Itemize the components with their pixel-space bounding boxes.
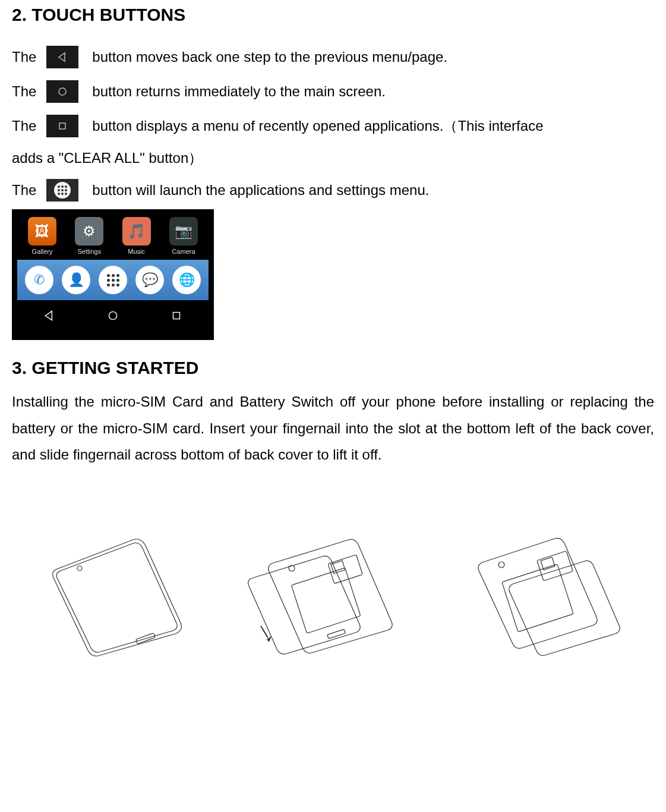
phone-drawing-2 [232,534,411,659]
dock-phone-icon: ✆ [25,266,53,294]
settings-label: Settings [77,248,101,255]
svg-rect-5 [173,313,180,319]
nav-back-icon [43,309,56,322]
apps-launcher-button-icon [46,179,78,202]
svg-marker-3 [45,311,52,320]
touch-line-recent: The button displays a menu of recently o… [12,111,654,141]
svg-point-4 [109,312,116,320]
touch-line-recent-cont: adds a "CLEAR ALL" button） [12,145,654,171]
touch-line-home: The button returns immediately to the ma… [12,76,654,107]
phone-drawings-row [12,528,654,659]
heading-touch-buttons: 2. TOUCH BUTTONS [12,5,654,25]
recent-button-icon [46,115,78,137]
touch-line-apps: The button will launch the applications … [12,175,654,206]
svg-rect-10 [291,568,361,633]
line-back-post: button moves back one step to the previo… [84,42,447,73]
phone-drawing-1 [38,534,192,659]
heading-getting-started: 3. GETTING STARTED [12,358,654,378]
home-button-icon [46,80,78,103]
line-apps-post: button will launch the applications and … [84,175,429,206]
line-home-pre: The [12,76,40,107]
phone-dock: ✆ 👤 💬 🌐 [17,260,209,300]
music-icon: 🎵 [122,217,151,246]
nav-home-icon [106,309,119,322]
nav-recent-icon [170,309,183,322]
gallery-label: Gallery [32,248,53,255]
line-back-pre: The [12,42,40,73]
dock-contacts-icon: 👤 [62,266,90,294]
line-recent-post: button displays a menu of recently opene… [84,111,547,141]
dock-apps-icon [99,266,127,294]
line-apps-pre: The [12,175,40,206]
svg-marker-0 [59,53,65,61]
phone-screenshot: 🖼 Gallery ⚙ Settings 🎵 Music 📷 Camera ✆ … [12,209,214,340]
getting-started-paragraph: Installing the micro-SIM Card and Batter… [12,389,654,468]
music-label: Music [128,248,145,255]
line-recent-pre: The [12,111,40,141]
camera-label: Camera [172,248,195,255]
phone-navbar [17,303,209,329]
touch-line-back: The button moves back one step to the pr… [12,42,654,73]
phone-app-gallery: 🖼 Gallery [20,217,65,255]
phone-app-music: 🎵 Music [114,217,159,255]
phone-app-camera: 📷 Camera [161,217,206,255]
phone-app-settings: ⚙ Settings [67,217,112,255]
back-button-icon [46,46,78,68]
svg-point-1 [59,88,66,95]
gallery-icon: 🖼 [28,217,56,246]
phone-drawing-3 [450,528,629,659]
svg-rect-15 [541,557,555,569]
svg-point-6 [77,566,82,571]
phone-apps-row: 🖼 Gallery ⚙ Settings 🎵 Music 📷 Camera [17,217,209,260]
dock-browser-icon: 🌐 [172,266,201,294]
line-home-post: button returns immediately to the main s… [84,76,386,107]
dock-messages-icon: 💬 [135,266,164,294]
svg-rect-12 [327,629,345,638]
camera-icon: 📷 [169,217,198,246]
svg-point-17 [498,562,504,568]
settings-icon: ⚙ [75,217,103,246]
svg-rect-2 [59,123,65,129]
